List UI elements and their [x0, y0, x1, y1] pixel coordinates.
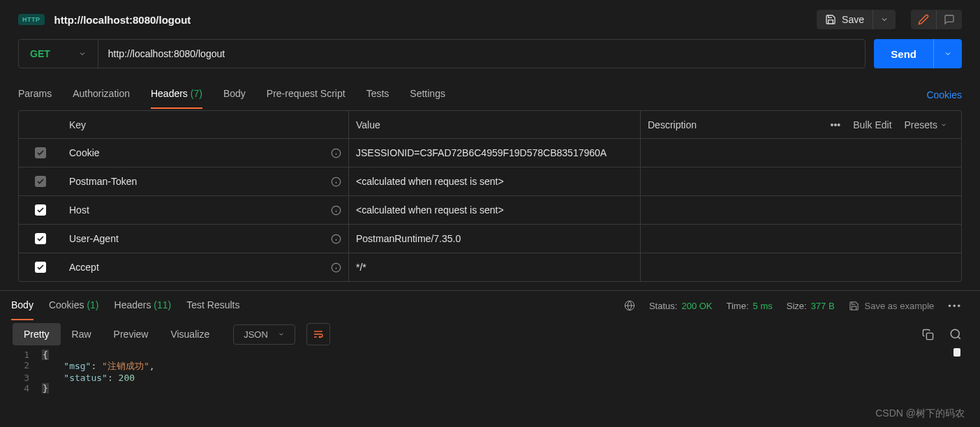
svg-line-21: [958, 336, 960, 338]
view-visualize[interactable]: Visualize: [159, 323, 221, 345]
code-line: 2 "msg": "注销成功",: [0, 360, 980, 373]
request-tabs-left: Params Authorization Headers (7) Body Pr…: [18, 81, 445, 109]
header-key[interactable]: Cookie: [69, 147, 100, 158]
info-icon[interactable]: [331, 262, 341, 273]
resp-cookies-count: (1): [87, 299, 98, 310]
more-options-icon[interactable]: •••: [948, 301, 962, 311]
wrap-lines-button[interactable]: [306, 323, 330, 345]
copy-icon[interactable]: [922, 329, 934, 340]
resp-tab-cookies[interactable]: Cookies (1): [49, 291, 99, 320]
header-key[interactable]: User-Agent: [69, 233, 119, 244]
line-content[interactable]: }: [42, 383, 49, 394]
header-checkbox[interactable]: [35, 233, 46, 244]
watermark: CSDN @树下的码农: [875, 407, 965, 420]
view-pretty[interactable]: Pretty: [13, 323, 61, 345]
comment-icon-button[interactable]: [936, 10, 962, 29]
tab-headers-label: Headers: [151, 88, 188, 99]
header-row: Cookie JSESSIONID=C3FAD72B6C4959F19D578C…: [19, 139, 961, 167]
col-value-header: Value: [348, 111, 640, 139]
size-stat: Size: 377 B: [787, 301, 835, 311]
url-bar: GET Send: [18, 39, 962, 68]
comment-icon: [944, 14, 955, 25]
header-checkbox[interactable]: [35, 262, 46, 273]
info-icon[interactable]: [331, 205, 341, 216]
tab-params[interactable]: Params: [18, 81, 52, 109]
header-value[interactable]: */*: [356, 262, 366, 273]
header-value[interactable]: <calculated when request is sent>: [356, 204, 504, 216]
format-label: JSON: [244, 329, 268, 340]
send-dropdown[interactable]: [933, 39, 962, 68]
cookies-link[interactable]: Cookies: [926, 89, 962, 100]
method-select[interactable]: GET: [19, 40, 98, 68]
header-key[interactable]: Accept: [69, 262, 99, 273]
url-input-group: GET: [18, 39, 866, 68]
bulk-edit-button[interactable]: Bulk Edit: [853, 119, 891, 130]
header-value[interactable]: PostmanRuntime/7.35.0: [356, 233, 461, 244]
send-button[interactable]: Send: [874, 39, 933, 68]
headers-table: Key Value Description ••• Bulk Edit Pres…: [18, 110, 962, 282]
scrollbar-thumb[interactable]: [953, 348, 960, 357]
resp-tab-testresults[interactable]: Test Results: [186, 291, 239, 320]
header-key[interactable]: Host: [69, 204, 89, 216]
status-value: 200 OK: [681, 301, 712, 311]
info-icon[interactable]: [331, 234, 341, 244]
chevron-down-icon: [78, 50, 87, 58]
http-badge: HTTP: [18, 14, 45, 25]
tab-tests[interactable]: Tests: [366, 81, 389, 109]
header-key[interactable]: Postman-Token: [69, 176, 137, 187]
tab-prerequest[interactable]: Pre-request Script: [267, 81, 346, 109]
tab-authorization[interactable]: Authorization: [73, 81, 130, 109]
save-dropdown[interactable]: [873, 10, 896, 29]
more-icon[interactable]: •••: [831, 119, 841, 130]
info-icon[interactable]: [331, 148, 341, 158]
time-label: Time:: [727, 301, 749, 311]
headers-table-head: Key Value Description ••• Bulk Edit Pres…: [19, 111, 961, 139]
resp-headers-label: Headers: [114, 299, 151, 310]
header-checkbox[interactable]: [35, 176, 46, 187]
header-icon-group: [911, 10, 962, 29]
tab-headers-count: (7): [191, 88, 202, 99]
size-value: 377 B: [811, 301, 835, 311]
edit-icon-button[interactable]: [911, 10, 936, 29]
chevron-down-icon: [944, 50, 952, 58]
save-as-example-button[interactable]: Save as example: [849, 301, 935, 311]
view-preview[interactable]: Preview: [103, 323, 160, 345]
request-header: HTTP http://localhost:8080/logout Save: [0, 0, 980, 39]
col-desc-header: Description ••• Bulk Edit Presets: [640, 111, 961, 139]
pencil-icon: [918, 14, 929, 25]
resp-headers-count: (11): [154, 299, 171, 310]
url-input[interactable]: [98, 40, 866, 68]
save-icon: [825, 14, 836, 25]
view-right: [922, 328, 962, 340]
response-tabs: Body Cookies (1) Headers (11) Test Resul…: [11, 291, 240, 320]
header-checkbox[interactable]: [35, 147, 46, 158]
chevron-down-icon: [278, 331, 285, 338]
tab-headers[interactable]: Headers (7): [151, 81, 202, 109]
tab-settings[interactable]: Settings: [410, 81, 445, 109]
wrap-icon: [312, 329, 325, 340]
resp-tab-headers[interactable]: Headers (11): [114, 291, 172, 320]
line-number: 4: [0, 383, 42, 394]
format-select[interactable]: JSON: [233, 324, 295, 345]
method-label: GET: [30, 48, 50, 59]
header-value[interactable]: <calculated when request is sent>: [356, 176, 504, 187]
header-row: Host <calculated when request is sent>: [19, 196, 961, 225]
search-icon[interactable]: [949, 328, 962, 340]
resp-tab-body[interactable]: Body: [11, 291, 34, 320]
col-key-header: Key: [62, 119, 348, 130]
header-value[interactable]: JSESSIONID=C3FAD72B6C4959F19D578CB835179…: [356, 147, 607, 158]
line-content[interactable]: "msg": "注销成功",: [42, 360, 155, 373]
save-button[interactable]: Save: [817, 10, 873, 29]
line-content[interactable]: {: [42, 350, 49, 360]
chevron-down-icon: [940, 121, 947, 128]
tab-body[interactable]: Body: [223, 81, 246, 109]
line-content[interactable]: "status": 200: [42, 373, 135, 383]
header-checkbox[interactable]: [35, 204, 46, 216]
globe-icon[interactable]: [624, 300, 635, 311]
info-icon[interactable]: [331, 177, 341, 187]
presets-dropdown[interactable]: Presets: [905, 119, 947, 130]
col-desc-label: Description: [648, 119, 697, 130]
resp-cookies-label: Cookies: [49, 299, 84, 310]
view-raw[interactable]: Raw: [61, 323, 103, 345]
status-stat: Status: 200 OK: [649, 301, 713, 311]
